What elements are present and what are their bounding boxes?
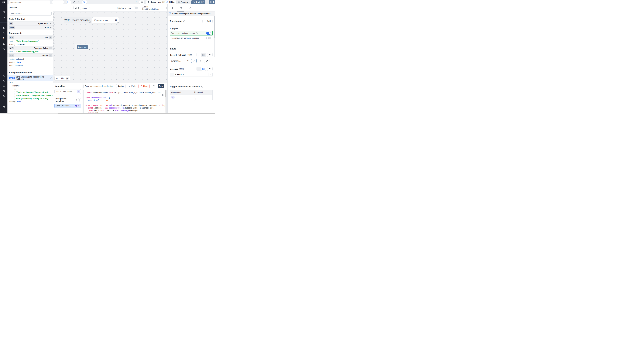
home-icon[interactable] [2,27,5,29]
add-background-runnable-button[interactable] [78,98,81,102]
static-pencil-mode-button[interactable] [197,53,201,57]
output-kv[interactable]: jobIdundefined [8,64,53,67]
user-icon[interactable] [2,75,5,77]
collapse-rail-arrow-icon[interactable] [2,110,5,113]
docs-book-button[interactable] [139,0,144,4]
save-draft-button[interactable]: Draft⌘S [191,0,206,4]
windmill-logo-icon[interactable] [2,0,6,4]
code-scrollbar[interactable] [165,90,166,112]
apps-icon[interactable] [2,11,5,14]
copy-code-icon[interactable] [162,94,164,96]
clear-selection-icon[interactable]: × [115,19,117,22]
edit-pencil-icon[interactable] [50,77,52,79]
output-kv[interactable]: result"Write Discord message:" [8,40,53,43]
resize-handle[interactable] [89,49,90,50]
chevron-down-icon[interactable] [50,27,52,28]
more-options-kebab[interactable]: ⋮ [135,0,138,4]
mobile-view-button[interactable] [78,0,80,4]
runnable-item-hub[interactable]: hub/1511/discord/se... c [54,89,81,94]
create-resource-plus-button[interactable] [198,58,203,63]
runnable-name-input[interactable]: Send a message to discord using [84,84,115,88]
info-icon[interactable] [183,20,185,22]
undo-button[interactable] [52,0,58,4]
app-summary-input[interactable] [9,0,50,4]
expand-editor-icon[interactable] [208,73,212,76]
recompute-on-change-toggle[interactable] [206,37,211,39]
output-kv[interactable]: loadingfalse [8,61,53,64]
redo-button[interactable] [58,0,64,4]
collapse-button[interactable] [49,54,52,57]
info-icon[interactable] [76,99,77,101]
fork-button[interactable]: Fork [127,84,137,88]
press-me-button[interactable]: Press me [76,45,88,49]
refresh-resources-button[interactable] [204,58,210,63]
resize-handle[interactable] [118,22,118,23]
tab-insert-plus-icon[interactable] [171,6,174,9]
horizontal-scrollbar[interactable] [0,113,215,114]
collapse-button[interactable] [49,36,52,39]
desktop-view-button[interactable] [82,0,87,4]
output-kv[interactable]: 0 [11,88,53,91]
fullscreen-button[interactable] [72,0,75,4]
debug-runs-button[interactable]: Debug runs(23) [146,0,167,4]
zoom-out-button[interactable]: − [56,77,58,80]
workers-robot-icon[interactable] [2,85,5,87]
favorites-star-icon[interactable] [2,16,5,19]
info-icon[interactable] [196,32,198,34]
zoom-in-button[interactable]: + [66,77,68,80]
output-kv[interactable]: loadingundefined [8,43,53,46]
component-row-b[interactable]: b Resource Select [8,46,53,50]
resources-boxes-icon[interactable] [2,43,5,45]
tab-preview[interactable]: Preview [178,0,188,4]
settings-gear-icon[interactable] [2,80,5,82]
eval-function-mode-button[interactable]: f [201,67,206,71]
connect-plug-button[interactable] [207,67,212,71]
resize-handle[interactable] [90,22,90,22]
connect-plug-button[interactable] [207,52,212,57]
right-panel-scrollbar[interactable] [214,16,215,57]
help-icon[interactable] [2,106,5,108]
output-kv[interactable]: resultundefined [8,58,53,61]
chevron-down-icon[interactable] [50,23,52,24]
static-pencil-mode-button[interactable] [197,67,201,71]
info-icon[interactable] [201,86,203,88]
message-expression-editor[interactable]: 1 b.result [170,72,212,76]
text-component[interactable]: Write Discord message: [64,17,91,23]
eval-function-mode-button[interactable]: f [201,53,206,57]
app-canvas[interactable]: Write Discord message: Example resou... … [53,12,168,82]
output-kv[interactable]: result"$res:u/henri/testing_bot" [8,50,53,53]
code-editor[interactable]: import discordwebhook from "https://deno… [84,90,166,113]
audit-eye-icon[interactable] [2,95,5,97]
resource-select-component[interactable]: Example resou... × [92,17,119,23]
output-row-ctx[interactable]: ctx App Context [8,22,53,26]
component-row-a[interactable]: a Text [8,36,53,40]
refresh-count-box[interactable]: 1 [74,6,81,10]
hide-bar-toggle[interactable] [133,6,138,9]
folders-icon[interactable] [2,90,5,92]
tab-theme-brush-icon[interactable] [188,6,191,9]
tab-settings-component-icon[interactable] [180,6,182,9]
background-runnable-row-bg0[interactable]: bg_0 Send a message to discord using web… [8,75,53,81]
billing-dollar-icon[interactable]: $ [3,37,5,39]
run-button[interactable]: Run [158,84,164,88]
runs-play-icon[interactable] [2,32,5,34]
clear-button[interactable]: Clear [138,84,150,88]
add-transformer-button[interactable]: Add [202,19,212,23]
clear-resource-icon[interactable]: × [187,60,188,62]
tab-editor[interactable]: Editor [164,0,176,4]
refresh-mode-select[interactable]: once [82,6,90,10]
output-kv[interactable]: result [8,81,53,84]
alignment-toggle-button[interactable] [66,0,71,4]
output-row-state[interactable]: state State [8,26,53,30]
search-outputs-input[interactable]: Search outputs... [9,11,52,16]
output-kv[interactable]: loadingfalse [8,100,53,104]
run-on-start-toggle[interactable] [206,32,211,34]
edit-resource-pencil-button[interactable] [191,58,197,63]
collapse-button[interactable] [49,47,52,49]
component-row-c[interactable]: c Button [8,53,53,58]
rerun-button[interactable] [151,84,156,88]
background-runnable-item-bg0[interactable]: Send a message... bg_0 [54,104,81,108]
cache-button[interactable]: Cache [116,84,126,88]
info-icon[interactable] [166,7,168,9]
deploy-button[interactable]: Deploy [209,0,215,4]
